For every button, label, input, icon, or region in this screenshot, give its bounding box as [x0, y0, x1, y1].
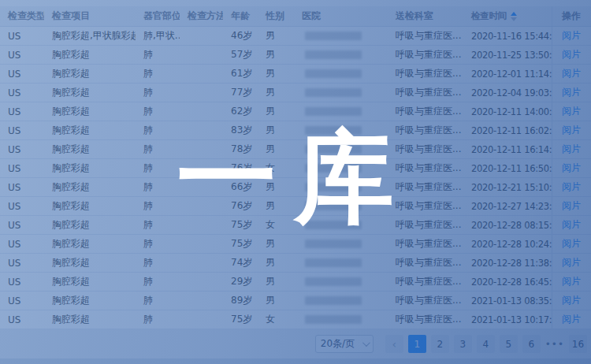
- cell-exam-type: US: [0, 102, 44, 121]
- read-film-link[interactable]: 阅片: [562, 313, 581, 326]
- hospital-redaction-block: [305, 69, 362, 78]
- cell-age: 29岁: [223, 273, 258, 291]
- cell-exam-type: US: [0, 197, 44, 215]
- cell-actions: 阅片: [552, 65, 591, 83]
- cell-exam-type: US: [0, 121, 44, 139]
- page-size-value: 20条/页: [321, 337, 355, 351]
- page-size-select[interactable]: 20条/页: [315, 335, 374, 353]
- cell-actions: 阅片: [552, 292, 591, 310]
- read-film-link[interactable]: 阅片: [562, 199, 581, 213]
- read-film-link[interactable]: 阅片: [562, 162, 581, 175]
- cell-exam-time: 2020-12-28 16:45:16: [463, 273, 552, 291]
- cell-age: 76岁: [223, 197, 258, 215]
- cell-exam-method: [180, 65, 223, 83]
- cell-exam-time: 2020-12-04 19:03:24: [463, 84, 552, 102]
- cell-exam-method: [180, 46, 223, 64]
- table-row: US 胸腔彩超 肺 66岁 男 呼吸与重症医... 2020-12-21 15:…: [0, 178, 591, 197]
- page-button[interactable]: 2: [431, 335, 449, 353]
- read-film-link[interactable]: 阅片: [562, 143, 581, 156]
- cell-department: 呼吸与重症医...: [388, 310, 463, 329]
- table-row: US 胸腔彩超 肺 75岁 男 呼吸与重症医... 2020-12-28 10:…: [0, 235, 591, 254]
- cell-hospital: [294, 46, 388, 64]
- sort-desc-icon[interactable]: [511, 17, 517, 21]
- cell-exam-method: [180, 216, 223, 234]
- cell-exam-time: 2020-12-28 10:24:30: [463, 235, 552, 253]
- hospital-redaction-block: [305, 277, 362, 286]
- cell-age: 77岁: [223, 84, 258, 102]
- read-film-link[interactable]: 阅片: [562, 48, 581, 61]
- read-film-link[interactable]: 阅片: [562, 294, 581, 307]
- cell-exam-method: [180, 159, 223, 177]
- table-row: US 胸腔彩超 肺 75岁 女 呼吸与重症医... 2020-12-28 08:…: [0, 216, 591, 235]
- cell-exam-type: US: [0, 273, 44, 291]
- cell-age: 76岁: [223, 159, 258, 177]
- read-film-link[interactable]: 阅片: [562, 105, 581, 118]
- read-film-link[interactable]: 阅片: [562, 29, 581, 43]
- cell-age: 46岁: [223, 27, 258, 45]
- read-film-link[interactable]: 阅片: [562, 67, 581, 80]
- cell-department: 呼吸与重症医...: [388, 292, 463, 310]
- cell-sex: 男: [258, 84, 294, 102]
- cell-actions: 阅片: [552, 46, 591, 64]
- col-exam-time-sortable[interactable]: 检查时间: [463, 6, 552, 26]
- table-row: US 胸腔彩超 肺 62岁 男 呼吸与重症医... 2020-12-11 14:…: [0, 102, 591, 121]
- page-button[interactable]: 4: [477, 335, 495, 353]
- cell-hospital: [294, 254, 388, 272]
- hospital-redaction-block: [305, 240, 362, 248]
- cell-hospital: [294, 310, 388, 329]
- sort-asc-icon[interactable]: [511, 12, 517, 16]
- cell-exam-time: 2020-12-27 14:23:04: [463, 197, 552, 215]
- page-button[interactable]: 3: [454, 335, 472, 353]
- prev-page-button[interactable]: ‹: [385, 335, 403, 353]
- hospital-redaction-block: [305, 258, 362, 267]
- cell-age: 78岁: [223, 140, 258, 158]
- read-film-link[interactable]: 阅片: [562, 180, 581, 194]
- cell-sex: 男: [258, 27, 294, 45]
- cell-hospital: [294, 216, 388, 234]
- hospital-redaction-block: [305, 296, 362, 305]
- cell-sex: 男: [258, 46, 294, 64]
- cell-exam-item: 胸腔彩超: [44, 197, 136, 215]
- page-button[interactable]: 6: [522, 335, 541, 353]
- col-exam-method: 检查方法: [180, 6, 223, 26]
- cell-exam-item: 胸腔彩超: [44, 159, 136, 177]
- page-button[interactable]: 5: [500, 335, 518, 353]
- cell-organ-part: 肺: [136, 254, 180, 272]
- cell-exam-time: 2020-12-11 16:02:05: [463, 121, 552, 139]
- table-row: US 胸腔彩超 肺 74岁 男 呼吸与重症医... 2020-12-28 11:…: [0, 254, 591, 273]
- cell-actions: 阅片: [552, 27, 591, 45]
- cell-actions: 阅片: [552, 235, 591, 253]
- page-button-active[interactable]: 1: [408, 335, 426, 353]
- cell-exam-type: US: [0, 27, 44, 45]
- exam-results-table: 检查类型 检查项目 器官部位 检查方法 年龄 性别 医院 送检科室 检查时间 操…: [0, 6, 591, 329]
- cell-exam-type: US: [0, 84, 44, 102]
- cell-exam-type: US: [0, 159, 44, 177]
- cell-exam-method: [180, 197, 223, 215]
- cell-actions: 阅片: [552, 84, 591, 102]
- cell-department: 呼吸与重症医...: [388, 84, 463, 102]
- hospital-redaction-block: [305, 315, 362, 324]
- table-body: US 胸腔彩超,甲状腺彩超 肺,甲状... 46岁 男 呼吸与重症医... 20…: [0, 27, 591, 329]
- last-page-button[interactable]: 16: [569, 335, 587, 353]
- read-film-link[interactable]: 阅片: [562, 256, 581, 269]
- cell-sex: 男: [258, 102, 294, 121]
- cell-actions: 阅片: [552, 121, 591, 139]
- cell-department: 呼吸与重症医...: [388, 273, 463, 291]
- cell-hospital: [294, 159, 388, 177]
- table-row: US 胸腔彩超,甲状腺彩超 肺,甲状... 46岁 男 呼吸与重症医... 20…: [0, 27, 591, 46]
- read-film-link[interactable]: 阅片: [562, 237, 581, 251]
- cell-organ-part: 肺: [136, 159, 180, 177]
- pages-ellipsis-button[interactable]: •••: [545, 335, 564, 353]
- cell-sex: 男: [258, 235, 294, 253]
- sort-carets[interactable]: [511, 12, 517, 21]
- cell-sex: 男: [258, 197, 294, 215]
- read-film-link[interactable]: 阅片: [562, 124, 581, 137]
- hospital-redaction-block: [305, 50, 362, 59]
- read-film-link[interactable]: 阅片: [562, 218, 581, 232]
- cell-exam-time: 2020-12-11 14:00:14: [463, 102, 552, 121]
- cell-age: 61岁: [223, 65, 258, 83]
- cell-actions: 阅片: [552, 178, 591, 196]
- read-film-link[interactable]: 阅片: [562, 275, 581, 288]
- read-film-link[interactable]: 阅片: [562, 86, 581, 99]
- cell-hospital: [294, 121, 388, 139]
